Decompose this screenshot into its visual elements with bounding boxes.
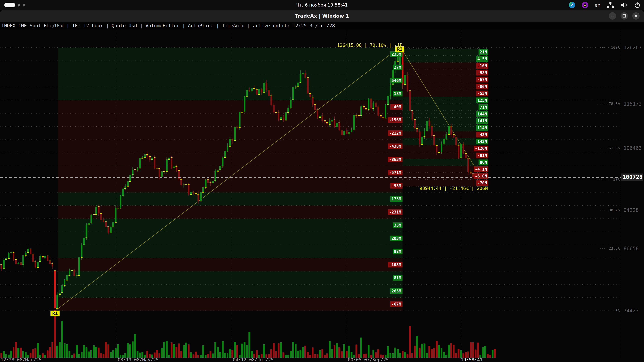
svg-text:-4.1M: -4.1M	[475, 167, 487, 172]
svg-text:21M: 21M	[480, 50, 487, 54]
volume-icon[interactable]	[620, 2, 628, 8]
svg-text:81M: 81M	[394, 276, 401, 280]
svg-text:233M: 233M	[392, 52, 401, 57]
svg-text:-231M: -231M	[389, 210, 401, 215]
svg-text:23.6%: 23.6%	[609, 246, 620, 251]
svg-text:126267: 126267	[624, 44, 642, 50]
svg-text:546M: 546M	[392, 78, 401, 83]
svg-text:R1: R1	[52, 311, 58, 316]
svg-text:86M: 86M	[480, 160, 487, 165]
keyboard-layout-indicator[interactable]: en	[595, 2, 600, 8]
swing-low-annotation: 98944.44 | -21.46% | 206M	[420, 186, 488, 191]
network-icon[interactable]	[607, 2, 614, 8]
svg-text:-40M: -40M	[392, 105, 401, 109]
svg-text:-53M: -53M	[392, 184, 401, 188]
svg-text:33M: 33M	[394, 223, 401, 228]
svg-text:144M: 144M	[477, 112, 487, 116]
svg-text:-70M: -70M	[477, 181, 487, 185]
svg-text:94228: 94228	[624, 207, 639, 213]
svg-text:12:28 08/Mar/25: 12:28 08/Mar/25	[1, 357, 42, 362]
svg-text:-156M: -156M	[389, 118, 401, 122]
svg-text:4.5M: 4.5M	[477, 57, 487, 61]
svg-text:0%: 0%	[616, 309, 620, 313]
svg-text:100728: 100728	[622, 174, 642, 180]
svg-text:-67M: -67M	[477, 77, 487, 82]
svg-text:-81M: -81M	[477, 153, 487, 158]
swing-high-annotation: 126415.08 | 70.10% | -1B	[337, 42, 402, 48]
svg-text:78.6%: 78.6%	[609, 102, 620, 106]
svg-text:-571M: -571M	[389, 170, 401, 175]
power-icon[interactable]	[634, 2, 641, 8]
svg-text:18M: 18M	[394, 91, 401, 96]
svg-text:86658: 86658	[624, 246, 639, 251]
svg-text:263M: 263M	[392, 289, 401, 294]
svg-text:38.2%: 38.2%	[609, 208, 620, 212]
tradeax-app-icon[interactable]	[568, 2, 575, 8]
svg-text:50%: 50%	[613, 177, 620, 182]
svg-text:143M: 143M	[477, 139, 487, 144]
window-title-bar[interactable]: TradeAx | Window 1	[0, 10, 644, 22]
svg-text:R2: R2	[397, 46, 403, 52]
os-clock[interactable]: Чт, 6 ноября 19:58:41	[0, 0, 644, 10]
svg-text:-863M: -863M	[389, 157, 401, 162]
svg-text:203M: 203M	[392, 236, 401, 241]
svg-text:-438M: -438M	[389, 144, 401, 149]
svg-text:08:19 08/May/25: 08:19 08/May/25	[118, 357, 159, 362]
instrument-toolbar[interactable]: INDEX CME Spot Btc/Usd | TF: 12 hour | Q…	[0, 22, 644, 29]
svg-text:-98M: -98M	[477, 70, 487, 75]
svg-text:100%: 100%	[611, 45, 620, 50]
svg-text:-103M: -103M	[389, 263, 401, 267]
svg-text:-126M: -126M	[475, 146, 487, 151]
svg-text:-6.0M: -6.0M	[475, 174, 487, 178]
close-button[interactable]	[632, 12, 640, 19]
svg-text:98M: 98M	[394, 249, 401, 254]
svg-text:-10M: -10M	[477, 63, 487, 68]
svg-text:61.8%: 61.8%	[609, 146, 620, 150]
svg-text:00:05 07/Sep/25: 00:05 07/Sep/25	[348, 357, 389, 362]
svg-text:-53M: -53M	[477, 91, 487, 96]
maximize-button[interactable]	[620, 12, 628, 19]
svg-text:-212M: -212M	[389, 131, 401, 136]
price-chart[interactable]: 233M27M546M18M-40M-156M-212M-438M-863M-5…	[0, 29, 644, 362]
svg-text:-43M: -43M	[477, 132, 487, 137]
minimize-button[interactable]	[609, 12, 616, 19]
svg-text:04:12 08/Jul/25: 04:12 08/Jul/25	[233, 357, 274, 362]
svg-text:141M: 141M	[477, 119, 487, 123]
flame-app-icon[interactable]	[582, 2, 588, 8]
svg-text:71M: 71M	[480, 105, 487, 110]
window-title: TradeAx | Window 1	[0, 10, 644, 22]
svg-text:-86M: -86M	[477, 84, 487, 89]
svg-text:173M: 173M	[392, 197, 401, 201]
svg-text:114M: 114M	[477, 125, 487, 130]
os-top-bar: Чт, 6 ноября 19:58:41 en	[0, 0, 644, 10]
svg-text:125M: 125M	[477, 98, 487, 103]
svg-text:74423: 74423	[624, 308, 639, 314]
svg-text:-67M: -67M	[392, 302, 401, 307]
svg-text:27M: 27M	[394, 65, 401, 70]
svg-text:115172: 115172	[624, 101, 642, 107]
svg-text:106463: 106463	[624, 145, 642, 151]
current-time-label: 19:58:41	[461, 357, 482, 362]
